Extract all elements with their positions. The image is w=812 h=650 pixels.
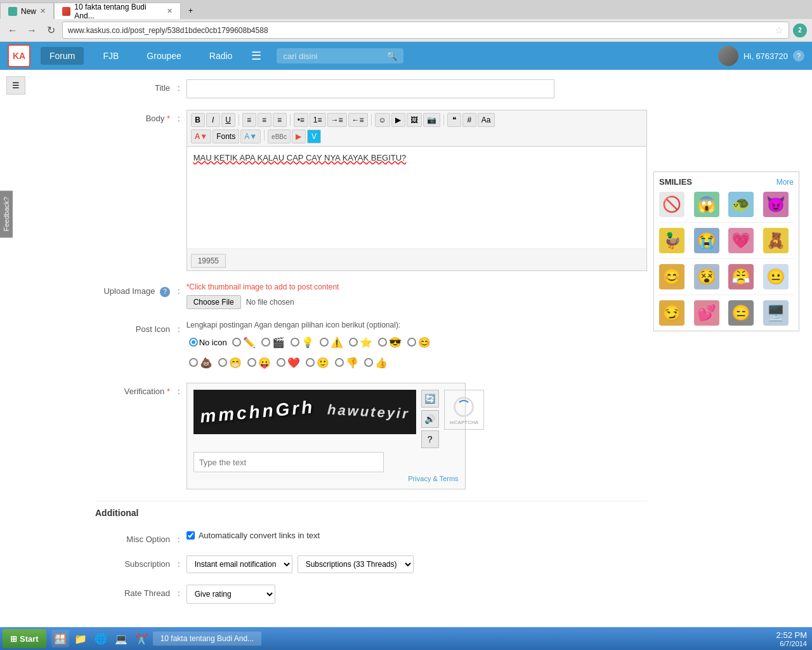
warning-radio[interactable]: [320, 338, 329, 347]
smiley-3[interactable]: 🐢: [728, 192, 754, 217]
fonts-button[interactable]: Fonts: [213, 129, 239, 143]
indent-button[interactable]: →≡: [327, 113, 347, 127]
smiley-12[interactable]: 😐: [763, 264, 789, 289]
nav-forum[interactable]: Forum: [41, 47, 84, 65]
star-radio[interactable]: [349, 338, 358, 347]
smiley-7[interactable]: 💗: [728, 228, 754, 253]
extension-icon[interactable]: 2: [793, 23, 807, 37]
user-help-button[interactable]: ?: [793, 50, 804, 62]
icon-smile2[interactable]: 🙂: [303, 354, 332, 371]
privacy-terms-link[interactable]: Privacy & Terms: [193, 475, 459, 482]
taskbar-icon-3[interactable]: 🌐: [92, 630, 110, 647]
smilies-more-link[interactable]: More: [776, 178, 794, 187]
feedback-tab[interactable]: Feedback?: [0, 190, 13, 237]
happy-radio[interactable]: [407, 338, 416, 347]
smiley-button[interactable]: ☺: [375, 113, 390, 127]
editor-text[interactable]: MAU KETIK APA KALAU CAP CAY NYA KAYAK BE…: [193, 153, 407, 162]
captcha-help-button[interactable]: ?: [421, 430, 439, 448]
forward-button[interactable]: →: [24, 23, 39, 38]
rate-thread-dropdown[interactable]: Give rating: [187, 585, 275, 604]
kaskus-tab-close[interactable]: ✕: [167, 7, 173, 15]
bold-button[interactable]: B: [191, 113, 205, 127]
icon-star[interactable]: ⭐: [346, 333, 376, 351]
title-input[interactable]: [187, 79, 554, 98]
choose-file-button[interactable]: Choose File: [187, 295, 241, 309]
smiley-13[interactable]: 😏: [659, 300, 684, 326]
back-button[interactable]: ←: [5, 23, 20, 38]
icon-movie[interactable]: 🎬: [259, 333, 288, 351]
tongue-radio[interactable]: [247, 358, 256, 367]
auto-convert-checkbox[interactable]: [187, 531, 195, 540]
font-color-button[interactable]: A▼: [191, 129, 212, 143]
icon-bulb[interactable]: 💡: [288, 333, 317, 351]
video-button[interactable]: 📷: [423, 113, 440, 127]
media-button[interactable]: ▶: [391, 113, 405, 127]
bookmark-icon[interactable]: ☆: [775, 24, 783, 36]
captcha-audio-button[interactable]: 🔊: [421, 410, 439, 428]
smiley-5[interactable]: 🦆: [659, 228, 684, 253]
auto-convert-label[interactable]: Automatically convert links in text: [187, 531, 647, 540]
poo-radio[interactable]: [189, 358, 198, 367]
pencil-radio[interactable]: [232, 338, 241, 347]
smile2-radio[interactable]: [306, 358, 315, 367]
taskbar-icon-2[interactable]: 📁: [72, 630, 89, 647]
font-size-button[interactable]: A▼: [240, 129, 261, 143]
image-button[interactable]: 🖼: [407, 113, 422, 127]
vimeo-button[interactable]: V: [307, 129, 321, 143]
smiley-14[interactable]: 💕: [694, 300, 719, 326]
captcha-refresh-button[interactable]: 🔄: [421, 390, 439, 408]
nav-fjb[interactable]: FJB: [94, 47, 128, 65]
underline-button[interactable]: U: [221, 113, 235, 127]
tab-new[interactable]: New ✕: [0, 3, 54, 19]
bulb-radio[interactable]: [291, 338, 299, 347]
taskbar-icon-5[interactable]: ✂️: [133, 630, 150, 647]
heart-radio[interactable]: [277, 358, 285, 367]
sunglasses-radio[interactable]: [378, 338, 387, 347]
smiley-11[interactable]: 😤: [728, 264, 754, 289]
captcha-input[interactable]: [193, 452, 384, 472]
smiley-15[interactable]: 😑: [728, 300, 754, 326]
icon-tongue[interactable]: 😛: [245, 354, 274, 371]
icon-thumbup[interactable]: 👍: [362, 354, 391, 371]
align-left-button[interactable]: ≡: [242, 113, 256, 127]
user-avatar[interactable]: [718, 46, 738, 66]
youtube-button[interactable]: ▶: [292, 129, 306, 143]
quote-button[interactable]: ❝: [447, 113, 461, 127]
special-button[interactable]: Aa: [478, 113, 495, 127]
editor-body[interactable]: MAU KETIK APA KALAU CAP CAY NYA KAYAK BE…: [187, 147, 646, 248]
smiley-8[interactable]: 🧸: [763, 228, 789, 253]
icon-warning[interactable]: ⚠️: [317, 333, 346, 351]
search-input[interactable]: [283, 51, 383, 61]
icon-happy[interactable]: 😊: [405, 333, 434, 351]
ul-button[interactable]: •≡: [294, 113, 308, 127]
icon-sunglasses[interactable]: 😎: [376, 333, 405, 351]
smiley-16[interactable]: 🖥️: [763, 300, 789, 326]
smiley-4[interactable]: 😈: [763, 192, 789, 217]
nav-groupee[interactable]: Groupee: [138, 47, 190, 65]
taskbar-icon-1[interactable]: 🪟: [51, 630, 69, 647]
smiley-9[interactable]: 😊: [659, 264, 684, 289]
align-center-button[interactable]: ≡: [258, 113, 272, 127]
nav-radio[interactable]: Radio: [200, 47, 242, 65]
tab-kaskus[interactable]: 10 fakta tentang Budi And... ✕: [54, 3, 181, 19]
icon-thumbdown[interactable]: 👎: [332, 354, 362, 371]
kaskus-logo[interactable]: KA: [8, 44, 30, 67]
start-button[interactable]: ⊞ Start: [3, 629, 46, 648]
thumbup-radio[interactable]: [364, 358, 373, 367]
icon-pencil[interactable]: ✏️: [230, 333, 259, 351]
hamburger-icon[interactable]: ☰: [251, 49, 261, 63]
new-tab-close[interactable]: ✕: [40, 7, 46, 15]
address-bar[interactable]: www.kaskus.co.id/post_reply/538d1bdec0cb…: [62, 22, 789, 39]
icon-grin[interactable]: 😁: [216, 354, 245, 371]
smiley-10[interactable]: 😵: [694, 264, 719, 289]
subscriptions-threads-dropdown[interactable]: Subscriptions (33 Threads): [298, 555, 414, 573]
new-tab-button[interactable]: +: [181, 3, 200, 19]
search-box[interactable]: 🔍: [277, 48, 403, 63]
bbcode-button[interactable]: eBBc: [268, 129, 291, 143]
smiley-1[interactable]: 🚫: [659, 192, 684, 217]
subscription-dropdown[interactable]: Instant email notification: [187, 555, 292, 573]
icon-no-icon[interactable]: No icon: [187, 336, 230, 349]
icon-poo[interactable]: 💩: [187, 354, 216, 371]
code-button[interactable]: #: [462, 113, 476, 127]
no-icon-radio[interactable]: [189, 338, 198, 347]
